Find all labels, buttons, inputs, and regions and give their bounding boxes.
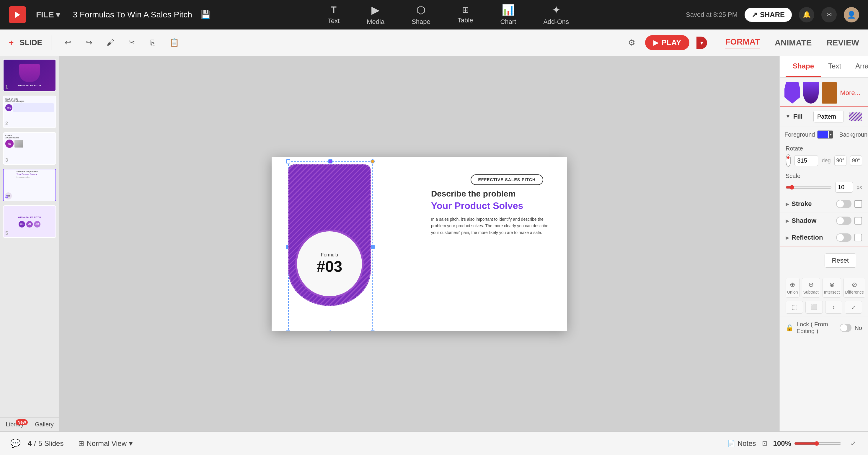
slide-thumbnail-2[interactable]: Start off withClient's Challenges #01 2 bbox=[3, 96, 56, 128]
fit-to-screen-icon[interactable]: ⊡ bbox=[762, 440, 767, 447]
reflection-toggle[interactable] bbox=[836, 233, 851, 242]
stroke-checkbox[interactable] bbox=[855, 200, 862, 208]
redo-button[interactable]: ↪ bbox=[82, 35, 97, 51]
main-area: WIN A SALES PITCH 1 Start off withClient… bbox=[0, 56, 868, 431]
slide-thumbnail-4[interactable]: Describe the problem Your Product Solves… bbox=[3, 169, 56, 201]
resize-handle-bl[interactable] bbox=[286, 330, 290, 331]
gallery-button[interactable]: Gallery bbox=[30, 418, 59, 431]
fullscreen-button[interactable]: ⤢ bbox=[847, 437, 859, 449]
resize-handle-tr[interactable] bbox=[371, 159, 375, 163]
stroke-toggle[interactable] bbox=[836, 200, 851, 208]
fill-expand-icon[interactable]: ▼ bbox=[786, 114, 790, 119]
slide-thumbnail-1[interactable]: WIN A SALES PITCH 1 bbox=[3, 59, 56, 92]
bottom-right: 📄 Notes ⊡ 100% ⤢ bbox=[727, 437, 859, 449]
play-button[interactable]: ▶ PLAY bbox=[645, 35, 689, 50]
tab-shape[interactable]: Shape bbox=[786, 56, 821, 77]
rotate-unit: deg bbox=[822, 158, 831, 164]
play-triangle-icon: ▶ bbox=[653, 39, 658, 46]
shadow-checkbox[interactable] bbox=[855, 217, 862, 225]
lock-row: 🔒 Lock ( From Editing ) No bbox=[780, 317, 868, 339]
settings-button[interactable]: ⚙ bbox=[624, 35, 639, 51]
shape-container[interactable]: Formula #03 bbox=[288, 161, 373, 331]
toolbar-table[interactable]: ⊞ Table bbox=[453, 3, 478, 27]
shape-op-2[interactable]: ⬜ bbox=[805, 301, 823, 314]
tab-format[interactable]: FORMAT bbox=[725, 37, 760, 48]
stroke-expand-icon[interactable]: ▶ bbox=[786, 201, 789, 207]
paste-button[interactable]: 📋 bbox=[166, 35, 182, 51]
shape-op-1[interactable]: ⬚ bbox=[786, 301, 803, 314]
more-shapes-link[interactable]: More... bbox=[840, 89, 863, 97]
fill-type-select[interactable]: Pattern Solid Gradient None bbox=[813, 111, 844, 123]
tab-text[interactable]: Text bbox=[821, 56, 848, 77]
table-icon: ⊞ bbox=[462, 5, 469, 15]
cut-button[interactable]: ✂ bbox=[124, 35, 140, 51]
mail-button[interactable]: ✉ bbox=[822, 7, 837, 23]
zoom-control: 100% bbox=[773, 440, 841, 448]
shape-preset-2[interactable] bbox=[803, 82, 819, 104]
zoom-slider[interactable] bbox=[794, 441, 841, 446]
shape-preset-3[interactable] bbox=[822, 82, 837, 104]
view-mode-button[interactable]: ⊞ Normal View ▾ bbox=[78, 440, 132, 448]
shape-op-4[interactable]: ⤢ bbox=[845, 301, 862, 314]
rotate-cw-button[interactable]: 90° bbox=[834, 156, 846, 166]
union-button[interactable]: ⊕ Union bbox=[786, 278, 800, 298]
scale-slider[interactable] bbox=[786, 185, 832, 190]
resize-handle-mr[interactable] bbox=[371, 245, 375, 249]
tab-review[interactable]: REVIEW bbox=[827, 38, 859, 47]
toolbar-addons[interactable]: ✦ Add-Ons bbox=[538, 1, 574, 28]
slide-label[interactable]: SLIDE bbox=[20, 38, 42, 47]
tab-animate[interactable]: ANIMATE bbox=[775, 38, 812, 47]
subtract-button[interactable]: ⊖ Subtract bbox=[802, 278, 820, 298]
lock-toggle[interactable] bbox=[840, 324, 852, 332]
reflection-expand-icon[interactable]: ▶ bbox=[786, 235, 789, 240]
current-slide-number: 4 bbox=[28, 440, 32, 448]
addons-icon: ✦ bbox=[552, 4, 561, 16]
foreground-color-swatch[interactable]: ▾ bbox=[817, 130, 833, 139]
fill-label: Fill bbox=[793, 113, 803, 120]
background-label: Background bbox=[839, 131, 868, 138]
resize-handle-tl[interactable] bbox=[286, 159, 290, 163]
slide-thumbnail-5[interactable]: WIN A SALES PITCH #01 #02 #03 5 bbox=[3, 205, 56, 238]
shape-preset-1[interactable] bbox=[784, 82, 800, 104]
formula-label: Formula bbox=[321, 252, 338, 258]
resize-handle-br[interactable] bbox=[371, 330, 375, 331]
toolbar-media[interactable]: ▶ Media bbox=[362, 1, 389, 28]
toolbar-chart[interactable]: 📊 Chart bbox=[495, 1, 521, 28]
reflection-checkbox[interactable] bbox=[855, 234, 862, 241]
app-logo[interactable] bbox=[9, 6, 26, 23]
rotate-value-input[interactable] bbox=[795, 155, 818, 166]
share-button[interactable]: ↗ SHARE bbox=[745, 8, 792, 22]
difference-button[interactable]: ⊘ Difference bbox=[843, 278, 865, 298]
play-dropdown-button[interactable]: ▾ bbox=[696, 37, 707, 49]
background-item: Background ▾ bbox=[839, 130, 868, 139]
chat-button[interactable]: 💬 bbox=[9, 437, 22, 450]
slide-body-text: In a sales pitch, it's also important to… bbox=[431, 216, 549, 236]
notes-button[interactable]: 📄 Notes bbox=[727, 440, 756, 448]
file-button[interactable]: FILE ▾ bbox=[32, 7, 64, 22]
reset-button[interactable]: Reset bbox=[825, 254, 856, 268]
save-icon[interactable]: 💾 bbox=[200, 10, 211, 20]
notes-icon: 📄 bbox=[727, 440, 735, 447]
resize-handle-bc[interactable] bbox=[328, 330, 333, 331]
shadow-expand-icon[interactable]: ▶ bbox=[786, 218, 789, 224]
undo-button[interactable]: ↩ bbox=[60, 35, 75, 51]
format-painter-button[interactable]: 🖌 bbox=[103, 35, 118, 51]
slide-thumbnail-3[interactable]: CreateA Connection #02 3 bbox=[3, 132, 56, 165]
tab-arrange[interactable]: Arrange bbox=[848, 56, 868, 77]
shape-op-3[interactable]: ↕ bbox=[825, 301, 843, 314]
intersect-button[interactable]: ⊗ Intersect bbox=[823, 278, 841, 298]
scale-value-input[interactable] bbox=[835, 182, 853, 193]
purple-pattern-shape[interactable]: Formula #03 bbox=[288, 164, 371, 306]
toolbar-text[interactable]: T Text bbox=[323, 2, 344, 27]
toolbar-shape[interactable]: ⬡ Shape bbox=[407, 1, 435, 28]
rotate-dial[interactable] bbox=[786, 154, 791, 167]
resize-handle-tc[interactable] bbox=[328, 159, 333, 163]
slide-canvas: EFFECTIVE SALES PITCH Describe the probl… bbox=[272, 157, 567, 331]
add-slide-icon[interactable]: + bbox=[9, 38, 13, 47]
rotate-ccw-button[interactable]: 90° bbox=[850, 156, 862, 166]
copy-button[interactable]: ⎘ bbox=[145, 35, 161, 51]
library-button[interactable]: Library New bbox=[0, 418, 30, 431]
notifications-button[interactable]: 🔔 bbox=[799, 7, 814, 23]
user-avatar[interactable]: 👤 bbox=[844, 7, 859, 23]
shadow-toggle[interactable] bbox=[836, 217, 851, 225]
